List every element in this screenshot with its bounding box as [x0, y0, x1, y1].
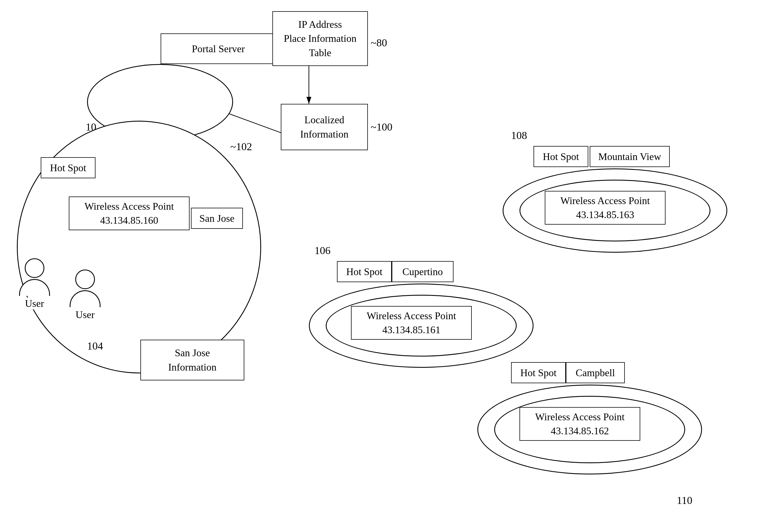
cupertino-box: Cupertino [392, 261, 453, 282]
cupertino-label: Cupertino [402, 266, 443, 278]
user-outside-label: User [25, 298, 44, 309]
hot-spot-sj-box: Hot Spot [41, 157, 95, 178]
localized-info-box: LocalizedInformation [281, 104, 368, 150]
ip-address-table-box: IP AddressPlace InformationTable [272, 11, 368, 66]
san-jose-box: San Jose [191, 208, 243, 229]
label-106: 106 [315, 244, 331, 257]
diagram: Portal Server 10 IP AddressPlace Informa… [0, 0, 768, 532]
user-inside-label: User [76, 309, 95, 321]
user-outside-group: User [19, 258, 50, 309]
label-80: ~80 [371, 36, 387, 49]
portal-server-box: Portal Server [161, 33, 276, 64]
hot-spot-sj-label: Hot Spot [50, 162, 86, 174]
user-inside-group: User [70, 270, 101, 321]
hot-spot-cup-box: Hot Spot [337, 261, 392, 282]
san-jose-info-box: San JoseInformation [140, 340, 244, 380]
mountain-view-label: Mountain View [598, 151, 661, 163]
campbell-box: Campbell [566, 362, 625, 383]
wap-camp-label: Wireless Access Point43.134.85.162 [535, 410, 625, 438]
campbell-label: Campbell [576, 367, 615, 379]
wap-sj-label: Wireless Access Point43.134.85.160 [85, 199, 174, 228]
san-jose-info-label: San JoseInformation [168, 346, 217, 374]
hot-spot-camp-box: Hot Spot [511, 362, 566, 383]
label-104: 104 [87, 340, 103, 352]
wap-mv-box: Wireless Access Point43.134.85.163 [545, 191, 666, 225]
label-102: ~102 [230, 140, 252, 153]
mountain-view-box: Mountain View [590, 146, 670, 167]
wap-sj-box: Wireless Access Point43.134.85.160 [69, 197, 190, 230]
wap-mv-label: Wireless Access Point43.134.85.163 [560, 194, 650, 222]
san-jose-label: San Jose [199, 213, 234, 224]
label-108: 108 [511, 129, 527, 141]
hot-spot-mv-label: Hot Spot [543, 151, 579, 163]
portal-server-label: Portal Server [192, 43, 245, 55]
wap-cup-box: Wireless Access Point43.134.85.161 [351, 306, 472, 340]
hot-spot-mv-box: Hot Spot [534, 146, 588, 167]
localized-info-label: LocalizedInformation [300, 113, 348, 141]
hot-spot-cup-label: Hot Spot [346, 266, 382, 278]
hot-spot-camp-label: Hot Spot [520, 367, 557, 379]
ip-address-label: IP AddressPlace InformationTable [284, 17, 357, 60]
wap-cup-label: Wireless Access Point43.134.85.161 [367, 309, 456, 337]
wap-camp-box: Wireless Access Point43.134.85.162 [519, 407, 640, 441]
label-100: ~100 [371, 121, 393, 133]
label-110: 110 [677, 494, 692, 506]
